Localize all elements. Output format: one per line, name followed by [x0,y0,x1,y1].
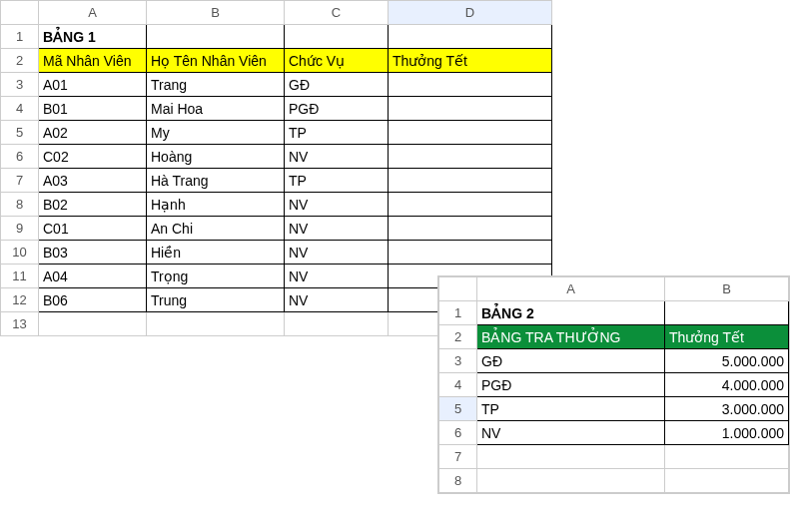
row-header[interactable]: 4 [439,373,477,397]
row-header[interactable]: 1 [439,301,477,325]
cell[interactable]: 4.000.000 [665,373,789,397]
row-header[interactable]: 3 [1,73,39,97]
row-header[interactable]: 7 [439,445,477,469]
cell[interactable] [147,25,285,49]
cell[interactable]: GĐ [477,349,665,373]
cell[interactable] [665,301,789,325]
col-header-b[interactable]: B [147,1,285,25]
header-cell[interactable]: Họ Tên Nhân Viên [147,49,285,73]
row-header[interactable]: 5 [1,121,39,145]
cell-title[interactable]: BẢNG 1 [39,25,147,49]
cell[interactable] [389,217,552,241]
cell[interactable]: Hà Trang [147,169,285,193]
cell[interactable]: Trung [147,288,285,312]
cell[interactable] [39,312,147,336]
cell[interactable]: NV [285,288,389,312]
cell[interactable]: TP [285,121,389,145]
cell[interactable]: Hiền [147,241,285,265]
col-header-c[interactable]: C [285,1,389,25]
cell[interactable] [389,169,552,193]
cell[interactable]: NV [285,265,389,288]
row-header[interactable]: 9 [1,217,39,241]
col-header-a[interactable]: A [477,277,665,301]
cell[interactable]: C02 [39,145,147,169]
grid-2[interactable]: A B 1 BẢNG 2 2 BẢNG TRA THƯỞNG Thưởng Tế… [438,276,789,493]
cell[interactable]: Hoàng [147,145,285,169]
cell[interactable]: NV [285,145,389,169]
cell[interactable]: 5.000.000 [665,349,789,373]
row-header[interactable]: 11 [1,265,39,288]
cell[interactable]: B01 [39,97,147,121]
row-header[interactable]: 5 [439,397,477,421]
cell[interactable] [285,312,389,336]
cell[interactable]: C01 [39,217,147,241]
cell[interactable]: TP [477,397,665,421]
cell[interactable]: A03 [39,169,147,193]
row-header[interactable]: 7 [1,169,39,193]
col-header-d[interactable]: D [389,1,552,25]
cell[interactable]: Trang [147,73,285,97]
col-header-a[interactable]: A [39,1,147,25]
row-header[interactable]: 13 [1,312,39,336]
row-header[interactable]: 2 [1,49,39,73]
spreadsheet-2: A B 1 BẢNG 2 2 BẢNG TRA THƯỞNG Thưởng Tế… [437,275,790,494]
corner-cell[interactable] [439,277,477,301]
cell[interactable] [389,193,552,217]
cell[interactable]: A04 [39,265,147,288]
cell[interactable]: PGĐ [477,373,665,397]
cell[interactable]: NV [285,241,389,265]
row-header[interactable]: 2 [439,325,477,349]
header-cell[interactable]: Mã Nhân Viên [39,49,147,73]
cell[interactable]: A02 [39,121,147,145]
row-header[interactable]: 8 [1,193,39,217]
row-header[interactable]: 4 [1,97,39,121]
cell[interactable]: TP [285,169,389,193]
cell[interactable] [389,145,552,169]
cell[interactable] [389,25,552,49]
cell[interactable]: My [147,121,285,145]
header-cell[interactable]: BẢNG TRA THƯỞNG [477,325,665,349]
cell[interactable] [147,312,285,336]
cell[interactable]: NV [477,421,665,445]
cell[interactable]: PGĐ [285,97,389,121]
cell[interactable]: Trọng [147,265,285,288]
cell[interactable] [477,445,665,469]
row-header[interactable]: 3 [439,349,477,373]
cell[interactable]: An Chi [147,217,285,241]
cell[interactable]: NV [285,193,389,217]
cell-title[interactable]: BẢNG 2 [477,301,665,325]
cell[interactable]: B02 [39,193,147,217]
cell[interactable] [389,121,552,145]
cell[interactable]: GĐ [285,73,389,97]
col-header-b[interactable]: B [665,277,789,301]
cell[interactable] [477,469,665,493]
cell[interactable]: Hạnh [147,193,285,217]
cell[interactable] [389,241,552,265]
cell[interactable] [665,445,789,469]
cell[interactable] [389,97,552,121]
row-header[interactable]: 6 [1,145,39,169]
cell[interactable] [389,73,552,97]
cell[interactable]: NV [285,217,389,241]
header-cell[interactable]: Thưởng Tết [665,325,789,349]
cell[interactable]: A01 [39,73,147,97]
cell[interactable]: B03 [39,241,147,265]
header-cell[interactable]: Thưởng Tết [389,49,552,73]
cell[interactable]: B06 [39,288,147,312]
row-header[interactable]: 10 [1,241,39,265]
row-header[interactable]: 6 [439,421,477,445]
cell[interactable]: Mai Hoa [147,97,285,121]
row-header[interactable]: 8 [439,469,477,493]
cell[interactable] [285,25,389,49]
cell[interactable]: 1.000.000 [665,421,789,445]
row-header[interactable]: 12 [1,288,39,312]
row-header[interactable]: 1 [1,25,39,49]
cell[interactable] [665,469,789,493]
cell[interactable]: 3.000.000 [665,397,789,421]
corner-cell[interactable] [1,1,39,25]
header-cell[interactable]: Chức Vụ [285,49,389,73]
